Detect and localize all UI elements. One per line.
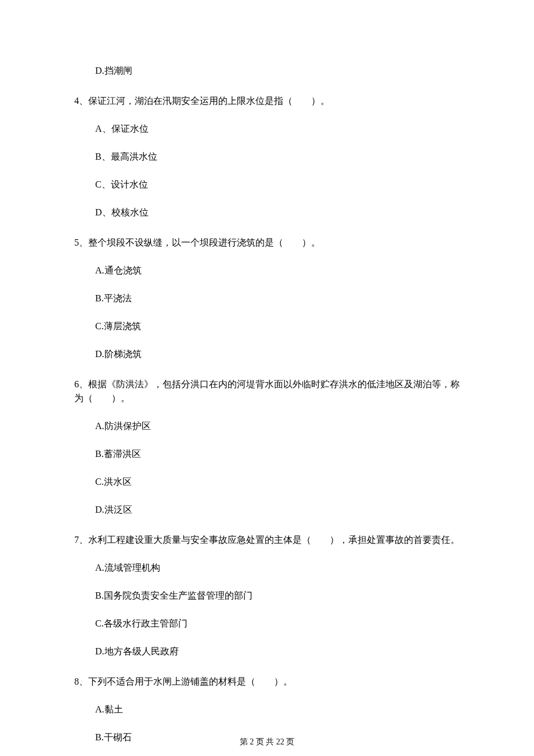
question-block: 5、整个坝段不设纵缝，以一个坝段进行浇筑的是（ ）。 A.通仓浇筑 B.平浇法 … (74, 236, 460, 361)
question-text: 7、水利工程建设重大质量与安全事故应急处置的主体是（ ），承担处置事故的首要责任… (74, 533, 460, 547)
answer-option: B、最高洪水位 (95, 150, 460, 164)
answer-option: C.各级水行政主管部门 (95, 617, 460, 631)
page-footer: 第 2 页 共 22 页 (0, 736, 534, 748)
question-text: 6、根据《防洪法》，包括分洪口在内的河堤背水面以外临时贮存洪水的低洼地区及湖泊等… (74, 377, 460, 405)
question-block: 6、根据《防洪法》，包括分洪口在内的河堤背水面以外临时贮存洪水的低洼地区及湖泊等… (74, 377, 460, 517)
question-text: 4、保证江河，湖泊在汛期安全运用的上限水位是指（ ）。 (74, 94, 460, 108)
answer-option: D.挡潮闸 (95, 64, 460, 78)
answer-option: C.薄层浇筑 (95, 319, 460, 333)
question-block: 8、下列不适合用于水闸上游铺盖的材料是（ ）。 A.黏土 B.干砌石 (74, 675, 460, 744)
option-list: A.防洪保护区 B.蓄滞洪区 C.洪水区 D.洪泛区 (74, 419, 460, 517)
answer-option: A.通仓浇筑 (95, 264, 460, 278)
answer-option: B.国务院负责安全生产监督管理的部门 (95, 589, 460, 603)
question-block: D.挡潮闸 (74, 64, 460, 78)
question-block: 7、水利工程建设重大质量与安全事故应急处置的主体是（ ），承担处置事故的首要责任… (74, 533, 460, 658)
document-page: D.挡潮闸 4、保证江河，湖泊在汛期安全运用的上限水位是指（ ）。 A、保证水位… (0, 0, 534, 756)
option-list: A.通仓浇筑 B.平浇法 C.薄层浇筑 D.阶梯浇筑 (74, 264, 460, 361)
answer-option: A、保证水位 (95, 122, 460, 136)
option-list: A、保证水位 B、最高洪水位 C、设计水位 D、校核水位 (74, 122, 460, 219)
answer-option: D、校核水位 (95, 206, 460, 219)
answer-option: C、设计水位 (95, 178, 460, 192)
question-block: 4、保证江河，湖泊在汛期安全运用的上限水位是指（ ）。 A、保证水位 B、最高洪… (74, 94, 460, 219)
question-text: 8、下列不适合用于水闸上游铺盖的材料是（ ）。 (74, 675, 460, 689)
answer-option: D.洪泛区 (95, 503, 460, 517)
answer-option: B.平浇法 (95, 291, 460, 305)
answer-option: A.流域管理机构 (95, 561, 460, 575)
option-list: A.流域管理机构 B.国务院负责安全生产监督管理的部门 C.各级水行政主管部门 … (74, 561, 460, 658)
answer-option: A.防洪保护区 (95, 419, 460, 433)
answer-option: A.黏土 (95, 703, 460, 717)
answer-option: B.蓄滞洪区 (95, 447, 460, 461)
answer-option: D.地方各级人民政府 (95, 645, 460, 658)
answer-option: D.阶梯浇筑 (95, 347, 460, 361)
answer-option: C.洪水区 (95, 475, 460, 489)
option-list: D.挡潮闸 (74, 64, 460, 78)
question-text: 5、整个坝段不设纵缝，以一个坝段进行浇筑的是（ ）。 (74, 236, 460, 250)
